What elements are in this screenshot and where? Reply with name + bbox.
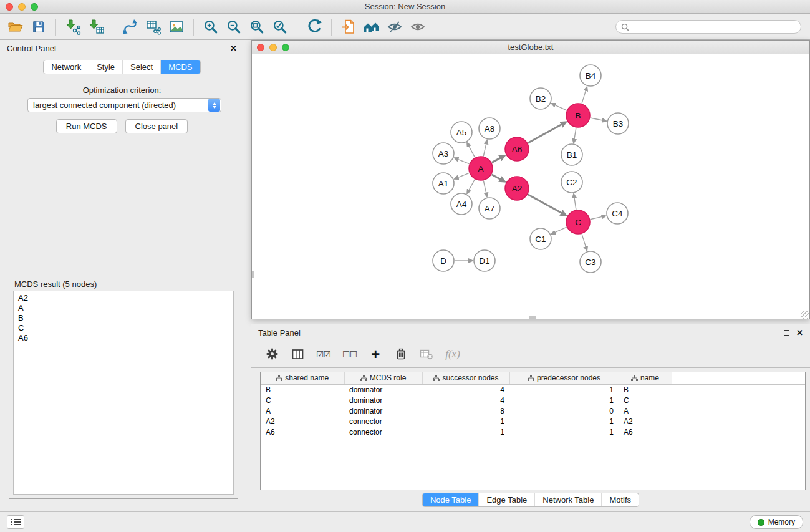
graph-node-B1[interactable]: B1: [561, 144, 582, 165]
network-minimize-button[interactable]: [269, 44, 277, 51]
graph-node-A6[interactable]: A6: [505, 137, 529, 161]
tab-network-table[interactable]: Network Table: [534, 493, 601, 506]
column-header-predecessor-nodes[interactable]: predecessor nodes: [509, 372, 619, 384]
graph-edge-A6-B[interactable]: [528, 125, 562, 143]
graph-node-A3[interactable]: A3: [433, 143, 454, 164]
network-table-icon[interactable]: [144, 17, 163, 36]
table-row[interactable]: Cdominator41C: [261, 395, 805, 406]
table-row[interactable]: Adominator80A: [261, 406, 805, 417]
column-header-successor-nodes[interactable]: successor nodes: [422, 372, 509, 384]
tab-select[interactable]: Select: [122, 60, 160, 74]
network-zoom-button[interactable]: [282, 44, 289, 51]
graph-node-A5[interactable]: A5: [451, 122, 472, 143]
vertical-scroll-indicator[interactable]: [252, 271, 254, 278]
new-network-icon[interactable]: [121, 17, 140, 36]
graph-edge-C-C4[interactable]: [591, 216, 602, 219]
close-panel-icon[interactable]: ✕: [230, 44, 237, 52]
graph-node-A2[interactable]: A2: [505, 177, 529, 200]
detail-eye-slash-icon[interactable]: [385, 17, 404, 36]
run-mcds-button[interactable]: Run MCDS: [56, 119, 117, 133]
graph-node-B2[interactable]: B2: [530, 88, 551, 109]
close-panel-button[interactable]: Close panel: [125, 119, 188, 133]
result-item[interactable]: A2: [18, 293, 229, 303]
float-table-panel-icon[interactable]: [784, 330, 789, 336]
result-item[interactable]: A6: [18, 333, 229, 343]
graph-node-C[interactable]: C: [566, 210, 590, 234]
zoom-selected-icon[interactable]: [271, 17, 289, 36]
save-session-icon[interactable]: [29, 17, 48, 36]
table-row[interactable]: A6connector11A6: [261, 427, 805, 438]
graph-edge-A-A1[interactable]: [458, 173, 469, 177]
graph-edge-B-B2[interactable]: [555, 105, 567, 110]
graph-node-A4[interactable]: A4: [451, 193, 472, 215]
graph-node-A7[interactable]: A7: [479, 198, 500, 219]
select-all-icon[interactable]: ☑☑: [316, 347, 330, 362]
zoom-window-button[interactable]: [31, 3, 38, 11]
table-row[interactable]: Bdominator41B: [261, 384, 805, 395]
graph-edge-C-C3[interactable]: [582, 234, 586, 247]
report-document-icon[interactable]: [339, 17, 358, 36]
open-session-icon[interactable]: [6, 17, 25, 36]
search-field[interactable]: [615, 20, 801, 34]
memory-button[interactable]: Memory: [750, 515, 803, 529]
table-row[interactable]: A2connector11A2: [261, 417, 805, 427]
graph-edge-A-A8[interactable]: [483, 143, 486, 156]
graph-node-C1[interactable]: C1: [530, 228, 551, 249]
graph-node-C3[interactable]: C3: [580, 251, 601, 273]
zoom-out-icon[interactable]: [224, 17, 243, 36]
graph-node-B3[interactable]: B3: [607, 113, 629, 134]
graph-node-C4[interactable]: C4: [607, 203, 628, 224]
result-item[interactable]: C: [18, 323, 229, 333]
graph-edge-A-A2[interactable]: [492, 175, 501, 180]
import-network-icon[interactable]: [64, 17, 82, 36]
search-input[interactable]: [632, 22, 796, 31]
network-window-titlebar[interactable]: testGlobe.txt: [252, 41, 809, 54]
delete-table-icon[interactable]: [420, 347, 433, 362]
graph-edge-B-B4[interactable]: [582, 90, 586, 104]
network-graph-svg[interactable]: B4B2BB3A5A8A6A3B1AC2A1A2A4A7C4CC1DD1C3: [252, 55, 809, 319]
tab-motifs[interactable]: Motifs: [601, 493, 639, 506]
network-close-button[interactable]: [257, 44, 264, 51]
table-settings-gear-icon[interactable]: [265, 347, 279, 362]
graph-edge-B-B3[interactable]: [591, 118, 603, 120]
tab-edge-table[interactable]: Edge Table: [478, 493, 534, 506]
optimization-criterion-select[interactable]: largest connected component (directed): [27, 98, 221, 112]
minimize-window-button[interactable]: [18, 3, 26, 11]
graph-edge-C-C1[interactable]: [555, 227, 567, 233]
graph-node-B[interactable]: B: [566, 104, 590, 127]
graph-node-A8[interactable]: A8: [479, 118, 500, 139]
zoom-fit-icon[interactable]: [248, 17, 266, 36]
zoom-in-icon[interactable]: [201, 17, 220, 36]
graph-node-A1[interactable]: A1: [433, 173, 454, 194]
graph-node-A[interactable]: A: [469, 157, 493, 180]
import-table-icon[interactable]: [87, 17, 105, 36]
export-image-icon[interactable]: [167, 17, 186, 36]
show-columns-icon[interactable]: [291, 347, 304, 362]
network-canvas[interactable]: B4B2BB3A5A8A6A3B1AC2A1A2A4A7C4CC1DD1C3: [252, 55, 809, 319]
eye-icon[interactable]: [408, 17, 427, 36]
graph-edge-A-A6[interactable]: [492, 158, 501, 163]
close-window-button[interactable]: [6, 3, 13, 11]
window-resize-handle[interactable]: [801, 311, 809, 319]
graph-edge-A-A3[interactable]: [458, 159, 469, 163]
graph-edge-A-A7[interactable]: [483, 181, 486, 193]
graph-edge-A-A4[interactable]: [469, 180, 475, 190]
deselect-all-icon[interactable]: ☐☐: [342, 347, 357, 362]
graph-node-C2[interactable]: C2: [561, 172, 582, 193]
tab-node-table[interactable]: Node Table: [423, 493, 479, 506]
add-column-icon[interactable]: +: [369, 347, 382, 362]
close-table-panel-icon[interactable]: ✕: [796, 329, 803, 337]
graph-edge-A2-C[interactable]: [528, 195, 562, 213]
result-item[interactable]: B: [18, 313, 229, 323]
graph-edge-A-A5[interactable]: [469, 146, 475, 157]
tab-network[interactable]: Network: [44, 60, 89, 74]
function-builder-button[interactable]: f(x): [445, 347, 460, 362]
column-header-MCDS-role[interactable]: MCDS role: [344, 372, 422, 384]
task-history-button[interactable]: [7, 515, 24, 529]
result-item[interactable]: A: [18, 303, 229, 313]
column-header-name[interactable]: name: [619, 372, 672, 384]
graph-node-D1[interactable]: D1: [474, 250, 495, 271]
graph-node-D[interactable]: D: [433, 250, 454, 271]
graph-node-B4[interactable]: B4: [580, 65, 601, 86]
horizontal-scroll-indicator[interactable]: [529, 316, 536, 319]
